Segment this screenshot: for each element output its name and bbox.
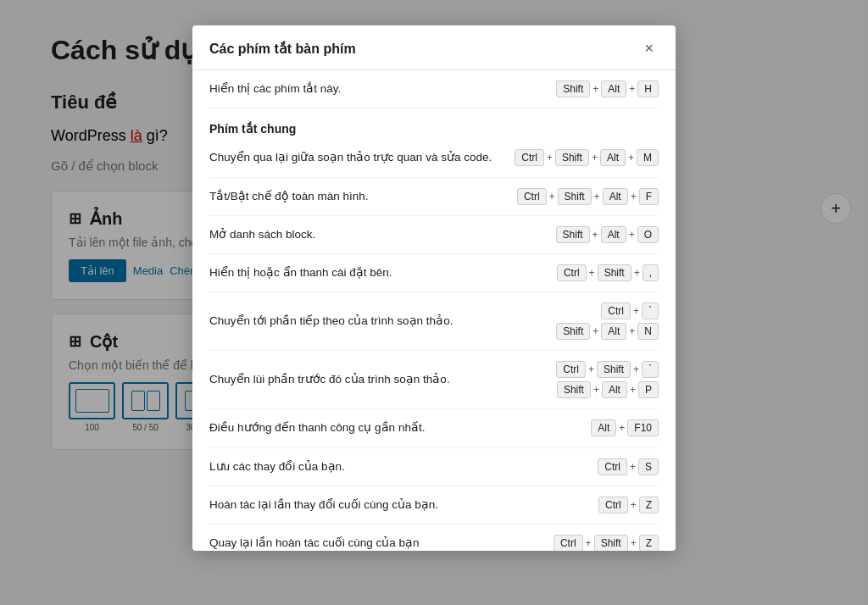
plus-1: + <box>593 83 598 95</box>
modal-overlay: Các phím tắt bàn phím × Hiển thị các phí… <box>0 0 868 605</box>
keyboard-shortcuts-modal: Các phím tắt bàn phím × Hiển thị các phí… <box>192 25 676 551</box>
shortcut-keys-4: Ctrl + ` Shift + Alt + N <box>556 302 659 340</box>
shortcut-desc-2: Mở danh sách block. <box>209 226 542 243</box>
modal-header: Các phím tắt bàn phím × <box>192 25 676 70</box>
shortcut-row-3: Hiển thị hoặc ẩn thanh cài đặt bên. Ctrl… <box>209 254 659 292</box>
shortcut-desc-3: Hiển thị hoặc ẩn thanh cài đặt bên. <box>209 264 543 281</box>
shortcut-desc-4: Chuyển tới phần tiếp theo của trình soạn… <box>209 313 542 330</box>
key-alt: Alt <box>601 80 626 97</box>
shortcut-desc-1: Tắt/Bật chế độ toàn màn hình. <box>209 188 504 205</box>
modal-close-button[interactable]: × <box>639 39 659 58</box>
shortcut-keys-1: Ctrl + Shift + Alt + F <box>517 188 659 205</box>
shortcut-row-show: Hiển thị các phím tắt này. Shift + Alt +… <box>209 70 659 108</box>
shortcut-row-7: Lưu các thay đổi của bạn. Ctrl + S <box>209 448 659 486</box>
shortcut-desc-5: Chuyển lùi phần trước đó của trình soạn … <box>209 371 542 388</box>
shortcut-keys-7: Ctrl + S <box>598 458 659 475</box>
shortcut-keys-2: Shift + Alt + O <box>556 226 659 243</box>
shortcut-desc-9: Quay lại lần hoàn tác cuối cùng của bạn <box>209 535 540 551</box>
section-general-heading: Phím tắt chung <box>209 108 659 139</box>
plus-2: + <box>629 83 635 95</box>
shortcut-desc-6: Điều hướng đến thanh công cụ gần nhất. <box>209 419 577 436</box>
shortcut-row-2: Mở danh sách block. Shift + Alt + O <box>209 216 659 254</box>
shortcut-keys-6: Alt + F10 <box>591 419 659 436</box>
shortcut-desc-8: Hoàn tác lại lần thay đổi cuối cùng của … <box>209 497 585 513</box>
shortcut-row-0: Chuyển qua lại giữa soạn thảo trực quan … <box>209 139 659 177</box>
shortcut-keys-0: Ctrl + Shift + Alt + M <box>515 149 659 166</box>
shortcut-keys-8: Ctrl + Z <box>598 497 659 513</box>
shortcut-row-5: Chuyển lùi phần trước đó của trình soạn … <box>209 351 659 409</box>
shortcut-row-1: Tắt/Bật chế độ toàn màn hình. Ctrl + Shi… <box>209 178 659 216</box>
shortcut-row-9: Quay lại lần hoàn tác cuối cùng của bạn … <box>209 525 659 551</box>
shortcut-row-8: Hoàn tác lại lần thay đổi cuối cùng của … <box>209 486 659 525</box>
shortcut-keys-show: Shift + Alt + H <box>556 80 659 97</box>
modal-body[interactable]: Hiển thị các phím tắt này. Shift + Alt +… <box>192 70 676 551</box>
modal-title: Các phím tắt bàn phím <box>209 41 356 57</box>
shortcut-desc-0: Chuyển qua lại giữa soạn thảo trực quan … <box>209 149 501 166</box>
key-h: H <box>637 80 659 97</box>
shortcut-desc-7: Lưu các thay đổi của bạn. <box>209 458 584 475</box>
shortcut-keys-9: Ctrl + Shift + Z <box>554 535 659 551</box>
shortcut-keys-3: Ctrl + Shift + , <box>557 264 659 281</box>
shortcut-desc-show: Hiển thị các phím tắt này. <box>209 80 542 97</box>
key-shift: Shift <box>556 80 590 97</box>
shortcut-keys-5: Ctrl + Shift + ` Shift + Alt + P <box>556 361 659 398</box>
shortcut-row-4: Chuyển tới phần tiếp theo của trình soạn… <box>209 292 659 351</box>
shortcut-row-6: Điều hướng đến thanh công cụ gần nhất. A… <box>209 409 659 447</box>
